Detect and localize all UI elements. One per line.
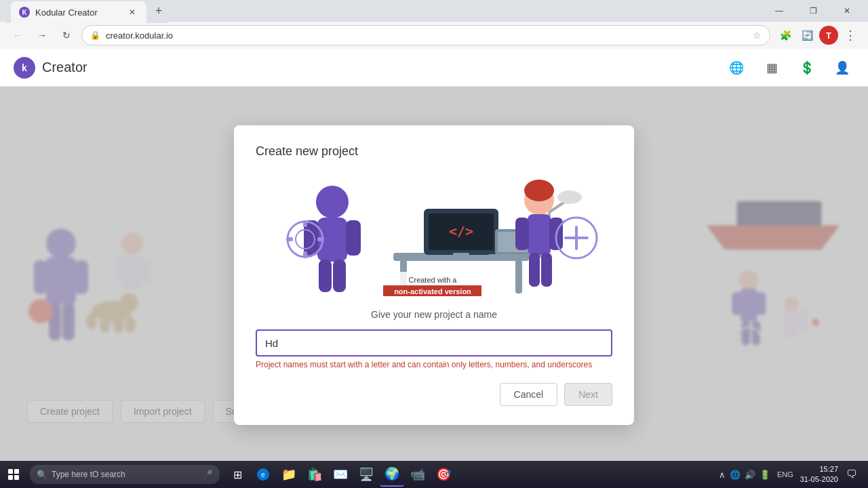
taskbar-chrome[interactable]: 🌍 (380, 462, 404, 487)
svg-text:</>: </> (449, 223, 473, 239)
tray-volume[interactable]: 🔊 (745, 470, 755, 480)
svg-point-33 (316, 186, 349, 218)
tab-bar: K Kodular Creator ✕ + (5, 0, 168, 23)
svg-rect-41 (303, 220, 307, 227)
taskbar-clock[interactable]: 15:27 31-05-2020 (800, 464, 838, 485)
tab-close-button[interactable]: ✕ (126, 6, 138, 18)
svg-rect-51 (453, 253, 469, 258)
taskbar-app9[interactable]: 🎯 (431, 462, 456, 487)
system-tray: ∧ 🌐 🔊 🔋 ENG (719, 470, 793, 480)
tab-favicon: K (19, 7, 30, 18)
back-button[interactable]: ← (8, 26, 27, 45)
browser-actions: 🧩 🔄 T ⋮ (776, 26, 860, 45)
refresh-button[interactable]: ↻ (57, 26, 76, 45)
taskbar-file-explorer[interactable]: 📁 (277, 462, 301, 487)
svg-rect-63 (529, 253, 540, 287)
svg-rect-36 (346, 220, 361, 256)
lock-icon: 🔒 (90, 30, 100, 40)
svg-point-59 (524, 180, 554, 201)
new-tab-button[interactable]: + (149, 1, 168, 20)
notification-icon: 🗨 (846, 468, 857, 481)
modal-subtitle: Give your new project a name (256, 309, 612, 320)
svg-rect-61 (515, 218, 529, 250)
microphone-icon[interactable]: 🎤 (203, 470, 213, 479)
language-button[interactable]: 🌐 (724, 56, 749, 80)
taskbar-search-icon: 🔍 (37, 470, 47, 480)
url-bar[interactable]: 🔒 creator.kodular.io ☆ (81, 25, 770, 45)
taskbar-desktop[interactable]: 🖥️ (354, 462, 378, 487)
app-container: k Creator 🌐 ▦ 💲 👤 (0, 49, 868, 464)
taskbar-edge[interactable]: e (251, 462, 275, 487)
app-name: Creator (42, 60, 87, 75)
browser-refresh-icon[interactable]: 🔄 (797, 26, 816, 45)
taskbar-mail[interactable]: ✉️ (328, 462, 353, 487)
tray-network[interactable]: 🌐 (730, 470, 741, 480)
extensions-button[interactable]: 🧩 (776, 26, 795, 45)
tab-title: Kodular Creator (35, 7, 98, 18)
modal-actions: Cancel Next (256, 383, 612, 406)
taskbar-search-text: Type here tO search (52, 470, 125, 479)
svg-text:e: e (261, 471, 265, 479)
svg-rect-38 (333, 260, 346, 292)
address-bar: ← → ↻ 🔒 creator.kodular.io ☆ 🧩 🔄 T ⋮ (0, 22, 868, 49)
modal-title: Create new project (256, 144, 612, 159)
next-button[interactable]: Next (564, 383, 612, 406)
taskbar-right: ∧ 🌐 🔊 🔋 ENG 15:27 31-05-2020 🗨 (719, 461, 868, 488)
start-button[interactable] (0, 461, 27, 488)
tray-battery[interactable]: 🔋 (760, 470, 770, 480)
taskbar-task-view[interactable]: ⊞ (225, 462, 250, 487)
svg-point-57 (557, 190, 582, 204)
project-name-input[interactable] (256, 329, 612, 357)
window-controls: — ❐ ✕ (764, 0, 863, 22)
project-name-error: Project names must start with a letter a… (256, 360, 612, 369)
taskbar-search[interactable]: 🔍 Type here tO search 🎤 (30, 465, 220, 484)
svg-rect-43 (286, 237, 293, 241)
language-indicator: ENG (777, 470, 793, 479)
logo-icon: k (14, 57, 35, 79)
tray-expand[interactable]: ∧ (719, 470, 726, 480)
notification-center-button[interactable]: 🗨 (841, 461, 863, 488)
svg-rect-37 (319, 260, 332, 292)
taskbar-zoom[interactable]: 📹 (406, 462, 430, 487)
main-content: Create project Import project Sort by: D… (0, 87, 868, 464)
title-bar: K Kodular Creator ✕ + — ❐ ✕ (0, 0, 868, 22)
more-options-button[interactable]: ⋮ (841, 26, 860, 45)
taskbar-items: ⊞ e 📁 🛍️ ✉️ 🖥️ 🌍 📹 🎯 (225, 462, 456, 487)
close-button[interactable]: ✕ (831, 0, 863, 22)
user-button[interactable]: 👤 (830, 56, 854, 80)
svg-rect-42 (303, 251, 307, 258)
modal-illustration: </> (256, 169, 612, 298)
grid-button[interactable]: ▦ (760, 56, 784, 80)
windows-logo (8, 469, 19, 480)
active-tab[interactable]: K Kodular Creator ✕ (11, 1, 146, 23)
url-text: creator.kodular.io (106, 30, 747, 41)
app-header: k Creator 🌐 ▦ 💲 👤 (0, 49, 868, 87)
app-logo: k Creator (14, 57, 87, 79)
taskbar: 🔍 Type here tO search 🎤 ⊞ e 📁 🛍️ ✉️ 🖥️ 🌍… (0, 461, 868, 488)
svg-rect-44 (317, 237, 324, 241)
svg-rect-64 (541, 253, 552, 287)
cancel-button[interactable]: Cancel (500, 383, 558, 406)
svg-text:Created with a: Created with a (409, 276, 458, 284)
create-project-modal: Create new project (234, 125, 634, 425)
svg-rect-47 (515, 260, 522, 293)
header-actions: 🌐 ▦ 💲 👤 (724, 56, 854, 80)
forward-button[interactable]: → (33, 26, 52, 45)
minimize-button[interactable]: — (764, 0, 795, 22)
bookmark-icon[interactable]: ☆ (753, 30, 762, 41)
taskbar-store[interactable]: 🛍️ (302, 462, 327, 487)
modal-overlay: Create new project (0, 87, 868, 464)
browser-chrome: K Kodular Creator ✕ + — ❐ ✕ (0, 0, 868, 22)
profile-button[interactable]: T (819, 26, 838, 45)
svg-rect-60 (528, 214, 551, 255)
svg-text:non-activated version: non-activated version (394, 287, 471, 296)
dollar-button[interactable]: 💲 (795, 56, 819, 80)
maximize-button[interactable]: ❐ (797, 0, 829, 22)
